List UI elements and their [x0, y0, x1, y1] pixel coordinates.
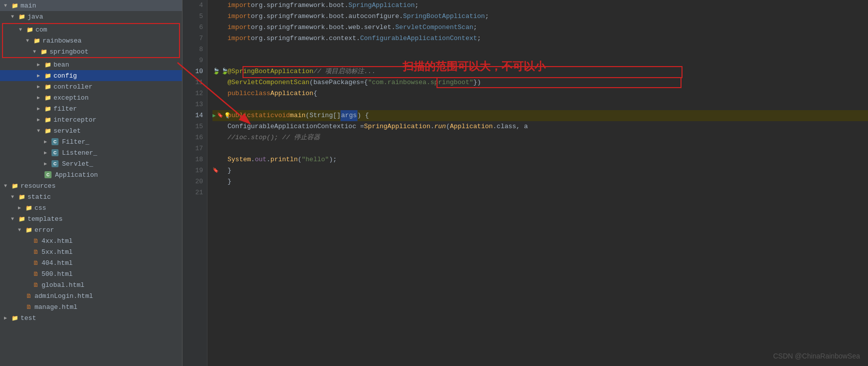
- tree-label: controller: [54, 83, 92, 91]
- folder-icon: 📁: [44, 72, 52, 80]
- code-line-21: [212, 187, 868, 198]
- tree-item-filter_[interactable]: ▶ C Filter_: [0, 136, 182, 147]
- folder-icon: 📁: [44, 105, 52, 113]
- tree-item-application[interactable]: C Application: [0, 169, 182, 180]
- arrow-icon: ▼: [19, 27, 26, 33]
- folder-icon: 📁: [18, 215, 26, 223]
- tree-item-controller[interactable]: ▶ 📁 controller: [0, 81, 182, 92]
- tree-item-exception[interactable]: ▶ 📁 exception: [0, 92, 182, 103]
- arrow-icon: ▶: [44, 161, 51, 167]
- tree-item-main[interactable]: ▼ 📁 main: [0, 0, 182, 11]
- tree-item-servlet[interactable]: ▼ 📁 servlet: [0, 125, 182, 136]
- code-line-6: import org.springframework.boot.web.serv…: [212, 22, 868, 33]
- tree-label: 404.html: [42, 259, 72, 267]
- tree-item-com[interactable]: ▼ 📁 com: [3, 24, 179, 35]
- tree-label: adminLogin.html: [34, 292, 93, 300]
- arrow-icon: ▶: [44, 139, 51, 145]
- tree-label: rainbowsea: [42, 37, 82, 45]
- tree-label: error: [34, 226, 54, 234]
- folder-icon: 📁: [33, 37, 41, 45]
- tree-item-global[interactable]: 🗎 global.html: [0, 279, 182, 290]
- tree-item-404[interactable]: 🗎 404.html: [0, 257, 182, 268]
- folder-icon: 📁: [44, 83, 52, 91]
- tree-item-templates[interactable]: ▼ 📁 templates: [0, 213, 182, 224]
- folder-icon: 📁: [18, 13, 26, 21]
- tree-label: manage.html: [34, 303, 78, 311]
- tree-label: Application: [55, 171, 98, 179]
- tree-item-manage[interactable]: 🗎 manage.html: [0, 301, 182, 312]
- tree-label: springboot: [50, 48, 88, 56]
- tree-label: com: [36, 26, 47, 34]
- bookmark-icon: 🔖: [217, 110, 223, 121]
- tree-item-css[interactable]: ▶ 📁 css: [0, 202, 182, 213]
- class-c-icon: C: [51, 138, 59, 146]
- tree-item-filter[interactable]: ▶ 📁 filter: [0, 103, 182, 114]
- tree-label: templates: [28, 215, 62, 223]
- arrow-icon: ▼: [18, 227, 25, 233]
- tree-item-adminlogin[interactable]: 🗎 adminLogin.html: [0, 290, 182, 301]
- tree-item-servlet_[interactable]: ▶ C Servlet_: [0, 158, 182, 169]
- html-icon: 🗎: [32, 248, 40, 256]
- tree-item-listener_[interactable]: ▶ C Listener_: [0, 147, 182, 158]
- arrow-icon: ▶: [37, 73, 44, 79]
- tree-label: config: [54, 72, 77, 80]
- tree-label: Listener_: [62, 149, 97, 157]
- tree-label: java: [28, 13, 43, 21]
- class-c-icon: C: [51, 149, 59, 157]
- arrow-icon: ▼: [4, 3, 11, 9]
- run-icon[interactable]: ▶: [212, 110, 216, 121]
- html-icon: 🗎: [32, 270, 40, 278]
- tree-item-java[interactable]: ▼ 📁 java: [0, 11, 182, 22]
- code-line-5: import org.springframework.boot.autoconf…: [212, 11, 868, 22]
- tree-label: 4xx.html: [42, 237, 72, 245]
- code-line-7: import org.springframework.context.Confi…: [212, 33, 868, 44]
- code-line-16: //ioc.stop(); // 停止容器: [212, 132, 868, 143]
- folder-icon: 📁: [44, 127, 52, 135]
- html-icon: 🗎: [25, 292, 33, 300]
- code-line-18: System.out.println("hello");: [212, 154, 868, 165]
- spring-icon: 🍃: [212, 66, 220, 77]
- code-line-12: public class Application {: [212, 88, 868, 99]
- code-line-11: @ServletComponentScan(basePackages = {"c…: [212, 77, 868, 88]
- arrow-icon: ▶: [37, 95, 44, 101]
- file-tree[interactable]: ▼ 📁 main ▼ 📁 java ▼ 📁 com ▼ 📁 rainbowsea…: [0, 0, 182, 366]
- tree-label: filter: [54, 105, 77, 113]
- arrow-icon: ▼: [11, 14, 18, 20]
- tree-item-static[interactable]: ▼ 📁 static: [0, 191, 182, 202]
- tree-item-test[interactable]: ▶ 📁 test: [0, 312, 182, 323]
- tree-item-resources[interactable]: ▼ 📁 resources: [0, 180, 182, 191]
- folder-icon: 📁: [18, 193, 26, 201]
- tree-item-rainbowsea[interactable]: ▼ 📁 rainbowsea: [3, 35, 179, 46]
- tree-item-4xx[interactable]: 🗎 4xx.html: [0, 235, 182, 246]
- html-icon: 🗎: [32, 259, 40, 267]
- tree-item-500[interactable]: 🗎 500.html: [0, 268, 182, 279]
- folder-icon: 📁: [25, 226, 33, 234]
- tree-item-error[interactable]: ▼ 📁 error: [0, 224, 182, 235]
- tree-item-config[interactable]: ▶ 📁 config: [0, 70, 182, 81]
- tree-label: Servlet_: [62, 160, 93, 168]
- folder-icon: 📁: [25, 204, 33, 212]
- tree-label: main: [20, 2, 36, 10]
- class-c-icon: C: [51, 160, 59, 168]
- html-icon: 🗎: [25, 303, 33, 311]
- folder-icon: 📁: [44, 61, 52, 69]
- code-line-8: [212, 44, 868, 55]
- folder-icon: 📁: [40, 48, 48, 56]
- line-numbers: 4 5 6 7 8 9 10 11 12 13 14 15 16 17 18 1…: [182, 0, 208, 366]
- tree-item-5xx[interactable]: 🗎 5xx.html: [0, 246, 182, 257]
- tree-item-interceptor[interactable]: ▶ 📁 interceptor: [0, 114, 182, 125]
- tree-label: 5xx.html: [42, 248, 72, 256]
- arrow-icon: ▼: [11, 194, 18, 200]
- arrow-icon: ▶: [37, 106, 44, 112]
- bookmark2-icon: 🔖: [212, 165, 218, 176]
- arrow-icon: ▶: [4, 315, 11, 321]
- tree-label: resources: [20, 182, 56, 190]
- tree-item-bean[interactable]: ▶ 📁 bean: [0, 59, 182, 70]
- tree-item-springboot[interactable]: ▼ 📁 springboot: [3, 46, 179, 57]
- arrow-icon: ▶: [37, 84, 44, 90]
- folder-icon: 📁: [11, 182, 19, 190]
- folder-icon: 📁: [11, 2, 19, 10]
- arrow-icon: ▼: [26, 38, 33, 44]
- arrow-icon: ▼: [4, 183, 11, 189]
- arrow-icon: ▼: [33, 49, 40, 55]
